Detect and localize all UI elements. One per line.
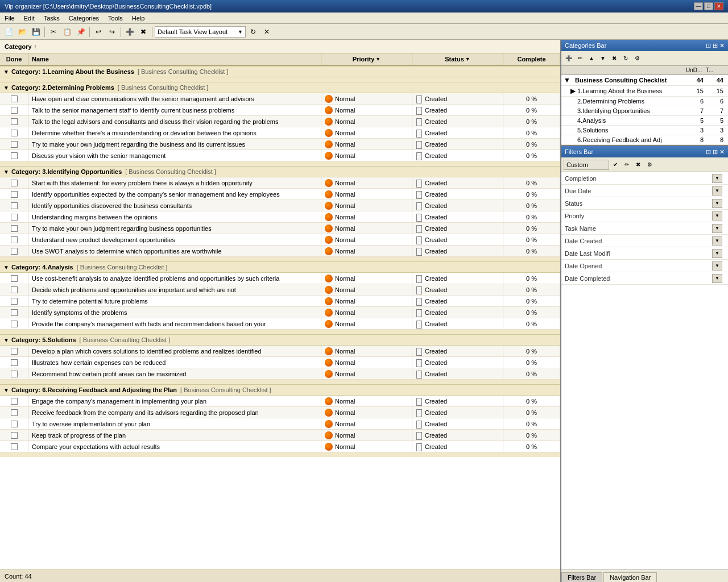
filter-dropdown-btn[interactable]: ▼ <box>712 186 722 196</box>
task-checkbox[interactable] <box>11 214 18 221</box>
toolbar-cut[interactable]: ✂ <box>47 26 60 38</box>
filter-close-btn[interactable]: ✕ <box>719 148 725 156</box>
task-checkbox[interactable] <box>11 348 18 355</box>
task-checkbox[interactable] <box>11 95 18 102</box>
list-item[interactable]: ▼ Business Consulting Checklist 44 44 <box>561 75 728 86</box>
filter-dropdown-btn[interactable]: ▼ <box>712 211 722 221</box>
tab-navigation-bar[interactable]: Navigation Bar <box>603 572 657 582</box>
cat-toolbar-edit[interactable]: ✏ <box>575 53 585 64</box>
toolbar-delete[interactable]: ✖ <box>137 26 150 38</box>
cat-toolbar-down[interactable]: ▼ <box>598 53 608 64</box>
task-checkbox[interactable] <box>11 180 18 186</box>
list-item[interactable]: 2.Determining Problems 6 6 <box>561 97 728 106</box>
task-checkbox[interactable] <box>11 248 18 255</box>
task-checkbox[interactable] <box>11 141 18 148</box>
task-checkbox[interactable] <box>11 421 18 427</box>
toolbar-redo[interactable]: ↪ <box>106 26 118 38</box>
task-checkbox[interactable] <box>11 298 18 305</box>
toolbar-save[interactable]: 💾 <box>30 26 42 38</box>
panel-dock-btn[interactable]: ⊡ <box>706 42 711 49</box>
cat-toolbar-add[interactable]: ➕ <box>564 53 574 64</box>
task-checkbox[interactable] <box>11 107 18 114</box>
filter-toolbar-settings[interactable]: ⚙ <box>644 160 655 170</box>
filter-toolbar-apply[interactable]: ✔ <box>610 160 621 170</box>
toolbar-refresh[interactable]: ↻ <box>247 26 259 38</box>
filter-dropdown-btn[interactable]: ▼ <box>712 249 722 258</box>
toolbar-open[interactable]: 📂 <box>16 26 28 38</box>
minimize-button[interactable]: — <box>694 2 703 10</box>
toolbar-add-task[interactable]: ➕ <box>123 26 136 38</box>
task-checkbox[interactable] <box>11 371 18 377</box>
status-filter-btn[interactable]: ▼ <box>465 56 470 62</box>
task-checkbox[interactable] <box>11 225 18 232</box>
layout-dropdown[interactable]: Default Task View Layout ▼ <box>155 26 246 38</box>
maximize-button[interactable]: □ <box>704 2 713 10</box>
task-checkbox[interactable] <box>11 275 18 282</box>
toolbar-new[interactable]: 📄 <box>2 26 15 38</box>
list-item[interactable]: 4.Analysis 5 5 <box>561 116 728 126</box>
menu-tools[interactable]: Tools <box>106 14 125 22</box>
menu-categories[interactable]: Categories <box>67 14 101 22</box>
filter-float-btn[interactable]: ⊞ <box>713 148 718 156</box>
task-checkbox[interactable] <box>11 359 18 366</box>
task-checkbox[interactable] <box>11 286 18 293</box>
filter-dropdown-btn[interactable]: ▼ <box>712 174 722 183</box>
cat-toolbar-refresh[interactable]: ↻ <box>621 53 631 64</box>
panel-close-btn[interactable]: ✕ <box>719 42 725 49</box>
task-priority-cell: Normal <box>321 318 412 329</box>
menu-file[interactable]: File <box>2 14 17 22</box>
task-checkbox[interactable] <box>11 236 18 243</box>
menu-tasks[interactable]: Tasks <box>42 14 62 22</box>
category-row[interactable]: ▼Category: 4.Analysis[ Business Consulti… <box>0 261 560 273</box>
toolbar-undo[interactable]: ↩ <box>92 26 105 38</box>
filter-dropdown-btn[interactable]: ▼ <box>712 199 722 208</box>
category-row[interactable]: ▼Category: 6.Receiving Feedback and Adju… <box>0 384 560 396</box>
toolbar-copy[interactable]: 📋 <box>61 26 73 38</box>
filter-dropdown-btn[interactable]: ▼ <box>712 224 722 233</box>
priority-icon <box>325 359 333 367</box>
task-name-cell: Try to make your own judgment regarding … <box>28 139 321 149</box>
filter-toolbar-edit[interactable]: ✏ <box>622 160 632 170</box>
task-checkbox[interactable] <box>11 202 18 209</box>
table-row: Try to make your own judgment regarding … <box>0 223 560 234</box>
tab-filters-bar[interactable]: Filters Bar <box>561 572 602 582</box>
task-checkbox[interactable] <box>11 191 18 198</box>
close-button[interactable]: ✕ <box>714 2 723 10</box>
category-row[interactable]: ▼Category: 5.Solutions[ Business Consult… <box>0 334 560 346</box>
category-row[interactable]: ▼Category: 1.Learning About the Business… <box>0 66 560 77</box>
menu-help[interactable]: Help <box>130 14 147 22</box>
task-checkbox[interactable] <box>11 118 18 125</box>
task-checkbox[interactable] <box>11 398 18 405</box>
filter-toolbar-delete[interactable]: ✖ <box>633 160 643 170</box>
filter-dropdown-btn[interactable]: ▼ <box>712 236 722 246</box>
task-list[interactable]: ▼Category: 1.Learning About the Business… <box>0 66 560 569</box>
task-checkbox[interactable] <box>11 409 18 416</box>
filter-dock-btn[interactable]: ⊡ <box>706 148 711 156</box>
category-row[interactable]: ▼Category: 2.Determining Problems[ Busin… <box>0 82 560 93</box>
cat-toolbar-settings[interactable]: ⚙ <box>632 53 642 64</box>
filter-dropdown-btn[interactable]: ▼ <box>712 261 722 271</box>
toolbar-x[interactable]: ✕ <box>260 26 273 38</box>
category-row[interactable]: ▼Category: 3.Identifying Opportunities[ … <box>0 166 560 177</box>
menu-edit[interactable]: Edit <box>22 14 37 22</box>
cat-toolbar-up[interactable]: ▲ <box>586 53 597 64</box>
filter-name-input[interactable] <box>564 160 609 170</box>
list-item[interactable]: 5.Solutions 3 3 <box>561 126 728 135</box>
task-checkbox[interactable] <box>11 309 18 316</box>
task-checkbox[interactable] <box>11 443 18 450</box>
list-item[interactable]: 3.Identifying Opportunities 7 7 <box>561 106 728 116</box>
category-name: 1.Learning About the Business <box>575 88 686 94</box>
list-item[interactable]: ▶ 1.Learning About the Business 15 15 <box>561 86 728 97</box>
status-icon <box>416 140 423 148</box>
task-checkbox[interactable] <box>11 321 18 327</box>
panel-float-btn[interactable]: ⊞ <box>713 42 718 49</box>
task-checkbox[interactable] <box>11 152 18 159</box>
list-item[interactable]: 6.Receiving Feedback and Adj 8 8 <box>561 135 728 145</box>
filter-dropdown-btn[interactable]: ▼ <box>712 274 722 283</box>
priority-filter-btn[interactable]: ▼ <box>375 56 380 62</box>
toolbar-paste[interactable]: 📌 <box>75 26 87 38</box>
task-checkbox[interactable] <box>11 432 18 439</box>
cat-toolbar-delete[interactable]: ✖ <box>609 53 619 64</box>
cat-list[interactable]: ▼ Business Consulting Checklist 44 44 ▶ … <box>561 75 728 145</box>
task-checkbox[interactable] <box>11 130 18 136</box>
